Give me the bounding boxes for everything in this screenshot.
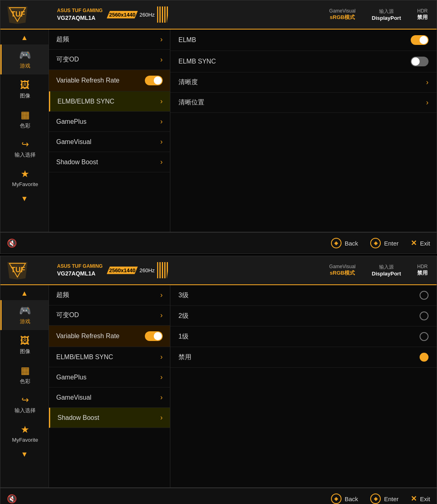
- sidebar-item-input-2[interactable]: ↪ 输入选择: [0, 390, 49, 419]
- enter-btn-2[interactable]: ◈ Enter: [370, 493, 399, 504]
- right-claritypos-1[interactable]: 清晰位置 ›: [170, 93, 437, 113]
- radio-circle-1ji[interactable]: [420, 332, 429, 341]
- menu-gamevisual-label-2: GameVisual: [56, 394, 91, 401]
- sidebar-item-game-2[interactable]: 🎮 游戏: [0, 300, 49, 330]
- fav-label-1: MyFavorite: [12, 181, 38, 187]
- menu-overclock-label-2: 超频: [56, 291, 69, 299]
- menu-vrr-label-1: Variable Refresh Rate: [56, 77, 119, 84]
- mute-icon-2: 🔇: [7, 494, 17, 504]
- menu-overclock-2[interactable]: 超频 ›: [49, 285, 170, 305]
- radio-circle-2ji[interactable]: [420, 311, 429, 320]
- menu-gameplus-2[interactable]: GamePlus ›: [49, 367, 170, 388]
- radio-3ji-label: 3级: [178, 291, 189, 300]
- color-label-2: 色彩: [20, 378, 30, 385]
- back-btn-1[interactable]: ◈ Back: [331, 238, 358, 248]
- menu-overclock-1[interactable]: 超频 ›: [49, 30, 170, 50]
- input-sel-label-2: 输入选择: [15, 407, 36, 414]
- menu-gameplus-label-2: GamePlus: [56, 374, 87, 381]
- menu-elmb-2[interactable]: ELMB/ELMB SYNC ›: [49, 347, 170, 367]
- model-label-2: VG27AQML1A: [57, 270, 103, 278]
- menu-gamevisual-2[interactable]: GameVisual ›: [49, 388, 170, 408]
- status-gamevisual-1: GameVisual sRGB模式: [329, 8, 356, 21]
- sidebar-item-fav-2[interactable]: ★ MyFavorite: [0, 419, 49, 448]
- radio-1ji-label: 1级: [178, 332, 189, 341]
- game-icon-2: 🎮: [19, 305, 31, 316]
- menu-elmb-label-2: ELMB/ELMB SYNC: [56, 354, 113, 361]
- radio-circle-disable[interactable]: [420, 353, 429, 362]
- svg-text:TUF: TUF: [11, 266, 25, 274]
- menu-vrr-1[interactable]: Variable Refresh Rate: [49, 70, 170, 91]
- right-items-2: 3级 2级 1级 禁用: [170, 285, 437, 368]
- exit-btn-2[interactable]: ✕ Exit: [411, 494, 430, 503]
- arrow-icon-2: ›: [160, 55, 163, 64]
- exit-btn-1[interactable]: ✕ Exit: [411, 239, 430, 248]
- footer-actions-2: ◈ Back ◈ Enter ✕ Exit: [331, 493, 430, 504]
- menu-shadowboost-1[interactable]: Shadow Boost ›: [49, 152, 170, 172]
- menu-varOD-label-2: 可变OD: [56, 311, 79, 320]
- menu-gamevisual-label-1: GameVisual: [56, 138, 91, 146]
- sidebar-item-image-1[interactable]: 🖼 图像: [0, 74, 49, 104]
- brand-label-2: ASUS TUF GAMING: [57, 263, 103, 270]
- menu-shadowboost-label-1: Shadow Boost: [56, 159, 98, 166]
- menu-gameplus-1[interactable]: GamePlus ›: [49, 112, 170, 132]
- main-content-2: ▲ 🎮 游戏 🖼 图像 ▦ 色彩 ↪ 输入选择 ★ MyFavorite ▼: [0, 285, 437, 487]
- mute-icon-1: 🔇: [7, 238, 17, 248]
- input-label-1: 输入源: [379, 8, 394, 15]
- status-input-2: 输入源 DisplayPort: [372, 264, 401, 277]
- footer-bar-1: 🔇 ◈ Back ◈ Enter ✕ Exit: [0, 232, 437, 254]
- radio-circle-3ji[interactable]: [420, 291, 429, 300]
- arrow-icon-3: ›: [160, 97, 163, 106]
- enter-nav-icon-1: ◈: [370, 238, 381, 248]
- status-input-1: 输入源 DisplayPort: [372, 8, 401, 21]
- vrr-toggle-1[interactable]: [145, 76, 163, 85]
- radio-1ji[interactable]: 1级: [170, 326, 437, 347]
- back-btn-2[interactable]: ◈ Back: [331, 493, 358, 504]
- sidebar-item-input-1[interactable]: ↪ 输入选择: [0, 134, 49, 163]
- menu-varOD-2[interactable]: 可变OD ›: [49, 305, 170, 326]
- sidebar-down-arrow-2[interactable]: ▼: [19, 448, 31, 461]
- menu-gamevisual-1[interactable]: GameVisual ›: [49, 132, 170, 152]
- back-nav-icon-2: ◈: [331, 493, 342, 504]
- vrr-toggle-2[interactable]: [145, 331, 163, 341]
- elmb-toggle-1[interactable]: [411, 35, 429, 45]
- sidebar-item-image-2[interactable]: 🖼 图像: [0, 330, 49, 360]
- stripe-deco-2: [157, 262, 169, 278]
- elmbsync-toggle-1[interactable]: [411, 57, 429, 66]
- sidebar-up-arrow-2[interactable]: ▲: [19, 287, 31, 300]
- menu-vrr-2[interactable]: Variable Refresh Rate: [49, 326, 170, 347]
- radio-disable[interactable]: 禁用: [170, 347, 437, 368]
- gamevisual-value-2: sRGB模式: [330, 269, 355, 277]
- right-elmbsync-label-1: ELMB SYNC: [178, 58, 216, 65]
- menu-elmb-1[interactable]: ELMB/ELMB SYNC ›: [49, 91, 170, 112]
- color-label-1: 色彩: [20, 122, 30, 129]
- color-icon-1: ▦: [21, 109, 30, 121]
- hdr-label-2: HDR: [417, 264, 428, 269]
- enter-btn-1[interactable]: ◈ Enter: [370, 238, 399, 248]
- sidebar-item-color-2[interactable]: ▦ 色彩: [0, 360, 49, 390]
- radio-3ji[interactable]: 3级: [170, 285, 437, 306]
- hdr-value-2: 禁用: [417, 269, 428, 277]
- arrow-icon-2-1: ›: [160, 291, 163, 299]
- right-pane-2: 3级 2级 1级 禁用: [170, 285, 437, 487]
- back-nav-icon-1: ◈: [331, 238, 342, 248]
- sidebar-item-game-1[interactable]: 🎮 游戏: [0, 44, 49, 74]
- menu-shadowboost-2[interactable]: Shadow Boost ›: [49, 408, 170, 428]
- panel-1: TUF ASUS TUF GAMING VG27AQML1A 2560x1440…: [0, 0, 437, 254]
- radio-2ji[interactable]: 2级: [170, 306, 437, 326]
- game-icon-1: 🎮: [19, 49, 31, 61]
- sidebar-down-arrow-1[interactable]: ▼: [19, 192, 31, 205]
- menu-varOD-1[interactable]: 可变OD ›: [49, 50, 170, 70]
- image-icon-2: 🖼: [20, 335, 30, 346]
- model-label-1: VG27AQML1A: [57, 14, 103, 22]
- sidebar-item-color-1[interactable]: ▦ 色彩: [0, 104, 49, 134]
- sidebar-up-arrow-1[interactable]: ▲: [19, 31, 31, 44]
- back-label-1: Back: [345, 240, 358, 247]
- sidebar-item-fav-1[interactable]: ★ MyFavorite: [0, 163, 49, 192]
- menu-pane-2: 超频 › 可变OD › Variable Refresh Rate ELMB/E…: [49, 285, 170, 487]
- menu-pane-1: 超频 › 可变OD › Variable Refresh Rate ELMB/E…: [49, 30, 170, 232]
- input-sel-label-1: 输入选择: [15, 151, 36, 159]
- right-clarity-1[interactable]: 清晰度 ›: [170, 72, 437, 93]
- back-label-2: Back: [345, 496, 358, 502]
- footer-actions-1: ◈ Back ◈ Enter ✕ Exit: [331, 238, 430, 248]
- header-status-2: GameVisual sRGB模式 输入源 DisplayPort HDR 禁用: [169, 264, 428, 277]
